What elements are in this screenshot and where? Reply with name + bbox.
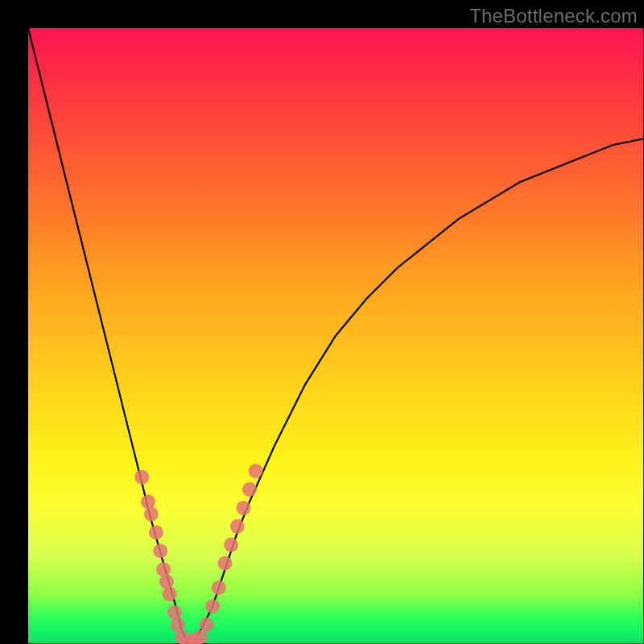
data-marker: [153, 543, 167, 558]
data-marker: [236, 501, 250, 515]
marker-group: [134, 464, 262, 644]
data-marker: [167, 605, 182, 620]
data-marker: [193, 630, 208, 644]
curve-layer: [28, 28, 643, 643]
data-marker: [144, 507, 159, 522]
data-marker: [205, 599, 220, 613]
data-marker: [249, 464, 263, 478]
data-marker: [141, 494, 155, 509]
data-marker: [242, 482, 257, 497]
chart-frame: TheBottleneck.com: [0, 0, 644, 644]
data-marker: [200, 617, 214, 632]
data-marker: [159, 575, 174, 589]
bottleneck-curve: [28, 28, 643, 643]
data-marker: [224, 538, 238, 552]
data-marker: [134, 470, 149, 485]
data-marker: [149, 526, 163, 540]
data-marker: [230, 519, 245, 534]
data-marker: [156, 562, 171, 576]
watermark-text: TheBottleneck.com: [469, 5, 638, 27]
data-marker: [171, 617, 185, 632]
data-marker: [218, 556, 233, 571]
data-marker: [212, 580, 226, 595]
plot-area: [28, 28, 643, 643]
data-marker: [163, 587, 177, 601]
